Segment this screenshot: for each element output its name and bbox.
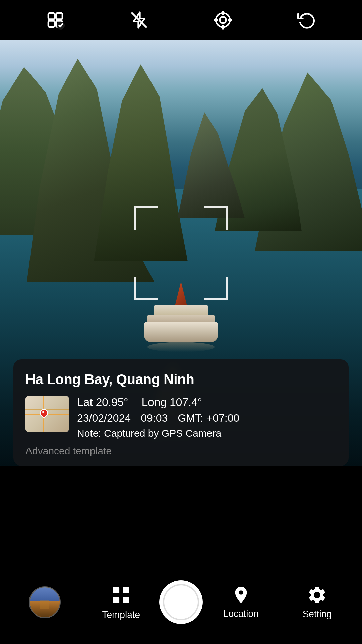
refresh-button[interactable]: [295, 8, 318, 32]
boat-body: [144, 322, 218, 342]
location-details: Lat 20.95° Long 107.4° 23/02/2024 09:03 …: [25, 396, 337, 439]
bracket-top-right: [204, 206, 228, 230]
svg-rect-15: [113, 597, 119, 603]
boat-reflection: [147, 342, 215, 352]
gps-target-icon: [214, 11, 232, 30]
setting-label: Setting: [303, 609, 332, 620]
location-button[interactable]: Location: [203, 585, 279, 619]
gallery-thumbnail-icon: [29, 586, 61, 618]
map-marker-button[interactable]: [44, 8, 67, 32]
svg-rect-2: [48, 21, 55, 27]
location-text: Lat 20.95° Long 107.4° 23/02/2024 09:03 …: [77, 396, 337, 439]
camera-background: Ha Long Bay, Quang Ninh: [0, 40, 362, 466]
date-value: 23/02/2024: [77, 412, 131, 424]
flash-off-icon: [130, 11, 148, 30]
map-pin: [40, 409, 48, 419]
svg-point-7: [220, 17, 226, 23]
coordinates-row: Lat 20.95° Long 107.4°: [77, 396, 337, 409]
gmt-value: GMT: +07:00: [178, 412, 239, 424]
focus-brackets: [134, 206, 228, 300]
thumbnail-image: [29, 586, 61, 618]
longitude-value: Long 107.4°: [141, 396, 202, 409]
map-background: [25, 396, 69, 432]
location-card: Ha Long Bay, Quang Ninh: [13, 359, 349, 466]
camera-viewfinder[interactable]: Ha Long Bay, Quang Ninh: [0, 40, 362, 466]
svg-rect-14: [123, 587, 129, 593]
bracket-bottom-right: [204, 277, 228, 300]
settings-gear-icon: [307, 585, 327, 605]
gallery-button[interactable]: [7, 586, 83, 618]
shutter-circle[interactable]: [159, 580, 203, 624]
bottom-navigation: Template Location Setting: [0, 570, 362, 644]
gps-target-button[interactable]: [211, 8, 235, 32]
svg-rect-13: [113, 587, 119, 593]
template-grid-icon: [110, 584, 132, 606]
latitude-value: Lat 20.95°: [77, 396, 128, 409]
svg-point-17: [239, 590, 243, 595]
top-bar: [0, 0, 362, 40]
shutter-button[interactable]: [159, 580, 203, 624]
datetime-row: 23/02/2024 09:03 GMT: +07:00: [77, 412, 337, 424]
boat: [144, 322, 218, 342]
template-type-label: Advanced template: [25, 445, 337, 457]
template-label: Template: [102, 609, 140, 620]
svg-rect-1: [56, 13, 62, 19]
location-pin-icon: [231, 585, 251, 605]
svg-rect-16: [123, 597, 129, 603]
template-button[interactable]: Template: [83, 584, 160, 620]
map-thumbnail: [25, 396, 69, 432]
location-name: Ha Long Bay, Quang Ninh: [25, 371, 337, 388]
location-label: Location: [223, 608, 259, 619]
time-value: 09:03: [141, 412, 168, 424]
flash-off-button[interactable]: [127, 8, 151, 32]
refresh-icon: [297, 11, 316, 30]
bracket-bottom-left: [134, 277, 158, 300]
map-marker-icon: [46, 11, 65, 30]
note-text: Note: Captured by GPS Camera: [77, 428, 337, 439]
svg-rect-0: [48, 13, 55, 19]
bracket-top-left: [134, 206, 158, 230]
shutter-inner-circle: [163, 584, 199, 620]
settings-button[interactable]: Setting: [279, 585, 356, 620]
